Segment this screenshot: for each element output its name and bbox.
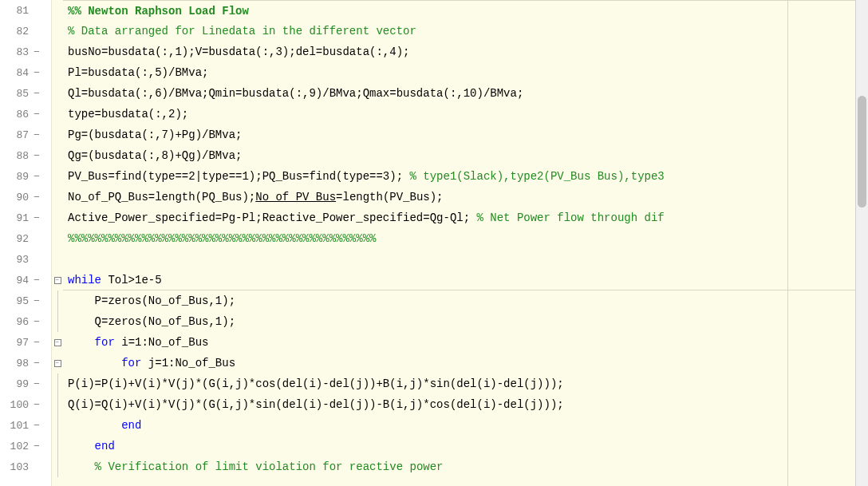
gutter-row: 86− <box>0 104 51 124</box>
code-line[interactable]: Ql=busdata(:,6)/BMva;Qmin=busdata(:,9)/B… <box>63 83 868 104</box>
line-number[interactable]: 103 <box>0 461 32 473</box>
line-number[interactable]: 99 <box>0 378 32 390</box>
code-line[interactable]: Active_Power_specified=Pg-Pl;Reactive_Po… <box>63 207 868 228</box>
code-token: No_of_PV_Bus <box>255 191 336 203</box>
code-token: while <box>68 274 101 286</box>
code-token: end <box>95 440 115 452</box>
line-number[interactable]: 98 <box>0 358 32 369</box>
fold-cell: − <box>52 332 63 353</box>
gutter-row: 103 <box>0 456 51 477</box>
code-line[interactable]: while Tol>1e-5 <box>63 270 868 290</box>
code-line[interactable]: No_of_PQ_Bus=length(PQ_Bus);No_of_PV_Bus… <box>63 187 868 207</box>
line-number[interactable]: 84 <box>0 67 32 79</box>
fold-minus-icon[interactable]: − <box>54 339 61 346</box>
fold-cell <box>52 436 63 456</box>
fold-cell <box>52 104 63 124</box>
line-number[interactable]: 101 <box>0 420 32 432</box>
execution-marker: − <box>32 295 41 307</box>
gutter-row: 100− <box>0 394 51 415</box>
execution-marker: − <box>32 275 41 286</box>
gutter-row: 102− <box>0 436 51 456</box>
line-number[interactable]: 94 <box>0 275 32 286</box>
line-number[interactable]: 95 <box>0 295 32 307</box>
gutter-row: 99− <box>0 373 51 394</box>
code-area[interactable]: %% Newton Raphson Load Flow% Data arrang… <box>63 0 868 486</box>
code-token: %%%%%%%%%%%%%%%%%%%%%%%%%%%%%%%%%%%%%%%%… <box>68 232 376 245</box>
line-number[interactable]: 97 <box>0 337 32 349</box>
code-line[interactable]: Pl=busdata(:,5)/BMva; <box>63 62 868 83</box>
fold-cell <box>52 228 63 249</box>
code-line[interactable]: Qg=(busdata(:,8)+Qg)/BMva; <box>63 145 868 166</box>
code-token: %% Newton Raphson Load Flow <box>68 5 249 18</box>
gutter-row: 91− <box>0 207 51 228</box>
code-line[interactable]: end <box>63 415 868 436</box>
code-token: % type1(Slack),type2(PV_Bus Bus),type3 <box>409 170 664 183</box>
code-line[interactable]: type=busdata(:,2); <box>63 104 868 124</box>
gutter-row: 81 <box>0 0 51 21</box>
gutter-row: 82 <box>0 21 51 41</box>
fold-cell <box>52 394 63 415</box>
execution-marker: − <box>32 441 41 452</box>
code-token: PV_Bus=find(type==2|type==1);PQ_Bus=find… <box>68 170 409 183</box>
fold-cell <box>52 187 63 207</box>
fold-line <box>57 290 58 311</box>
code-token: % Data arranged for Linedata in the diff… <box>68 25 416 38</box>
fold-minus-icon[interactable]: − <box>54 360 61 367</box>
line-number[interactable]: 92 <box>0 233 32 245</box>
code-line[interactable]: % Data arranged for Linedata in the diff… <box>63 21 868 41</box>
line-number[interactable]: 96 <box>0 316 32 328</box>
line-number[interactable]: 85 <box>0 88 32 100</box>
fold-cell <box>52 41 63 62</box>
fold-line <box>57 436 58 456</box>
gutter-row: 95− <box>0 290 51 311</box>
code-line[interactable]: Pg=(busdata(:,7)+Pg)/BMva; <box>63 124 868 145</box>
line-number[interactable]: 81 <box>0 5 32 17</box>
line-number[interactable]: 87 <box>0 129 32 141</box>
code-line[interactable]: Q=zeros(No_of_Bus,1); <box>63 311 868 332</box>
code-line[interactable]: % Verification of limit violation for re… <box>63 456 868 477</box>
line-number[interactable]: 93 <box>0 254 32 266</box>
gutter-row: 97− <box>0 332 51 353</box>
line-number[interactable]: 86 <box>0 109 32 121</box>
line-number[interactable]: 90 <box>0 192 32 203</box>
code-line[interactable]: %%%%%%%%%%%%%%%%%%%%%%%%%%%%%%%%%%%%%%%%… <box>63 228 868 249</box>
vertical-scrollbar[interactable] <box>855 0 868 486</box>
fold-cell <box>52 456 63 477</box>
code-line[interactable]: end <box>63 436 868 456</box>
code-line[interactable]: Q(i)=Q(i)+V(i)*V(j)*(G(i,j)*sin(del(i)-d… <box>63 394 868 415</box>
line-number[interactable]: 102 <box>0 441 32 452</box>
code-line[interactable]: for i=1:No_of_Bus <box>63 332 868 353</box>
code-token: for <box>95 336 115 349</box>
fold-cell <box>52 124 63 145</box>
code-token <box>68 419 121 432</box>
line-number[interactable]: 83 <box>0 46 32 58</box>
line-number[interactable]: 91 <box>0 212 32 224</box>
code-token: Qg=(busdata(:,8)+Qg)/BMva; <box>68 149 242 162</box>
scrollbar-thumb[interactable] <box>858 96 866 207</box>
code-line[interactable]: PV_Bus=find(type==2|type==1);PQ_Bus=find… <box>63 166 868 187</box>
code-token: Active_Power_specified=Pg-Pl;Reactive_Po… <box>68 211 476 224</box>
fold-minus-icon[interactable]: − <box>54 277 61 284</box>
line-number[interactable]: 88 <box>0 150 32 162</box>
code-token <box>68 336 95 349</box>
execution-marker: − <box>32 109 41 121</box>
line-number[interactable]: 100 <box>0 399 32 411</box>
gutter-row: 90− <box>0 187 51 207</box>
execution-marker: − <box>32 316 41 328</box>
code-line[interactable]: P=zeros(No_of_Bus,1); <box>63 290 868 311</box>
code-token: % Verification of limit violation for re… <box>95 460 444 473</box>
gutter-row: 84− <box>0 62 51 83</box>
code-line[interactable]: for j=1:No_of_Bus <box>63 353 868 373</box>
line-number[interactable]: 89 <box>0 171 32 183</box>
gutter-row: 83− <box>0 41 51 62</box>
fold-line <box>57 311 58 332</box>
code-line[interactable] <box>63 249 868 270</box>
code-line[interactable]: %% Newton Raphson Load Flow <box>63 0 868 21</box>
code-line[interactable]: P(i)=P(i)+V(i)*V(j)*(G(i,j)*cos(del(i)-d… <box>63 373 868 394</box>
code-token: =length(PV_Bus); <box>336 191 443 203</box>
fold-line <box>57 456 58 477</box>
code-line[interactable]: busNo=busdata(:,1);V=busdata(:,3);del=bu… <box>63 41 868 62</box>
gutter-row: 101− <box>0 415 51 436</box>
fold-cell <box>52 373 63 394</box>
line-number[interactable]: 82 <box>0 26 32 38</box>
